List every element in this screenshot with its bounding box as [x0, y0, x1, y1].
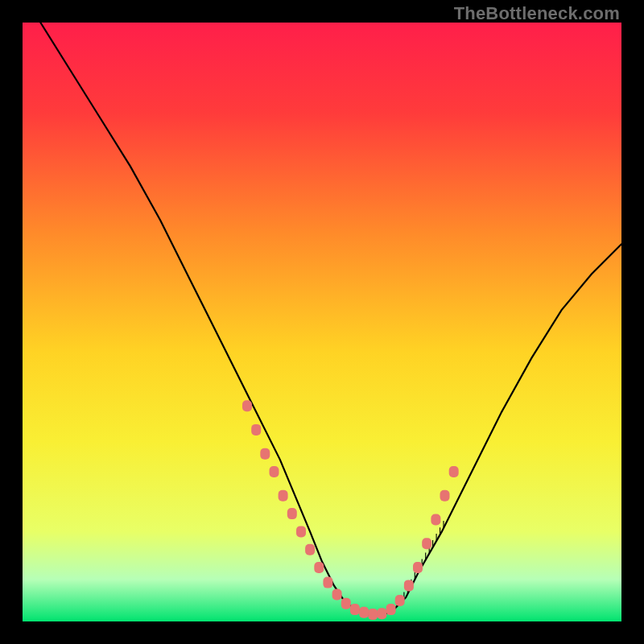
svg-rect-26	[341, 598, 351, 609]
svg-rect-35	[422, 538, 431, 549]
bottleneck-curve	[40, 23, 621, 616]
svg-rect-25	[332, 589, 342, 601]
chart-svg	[23, 23, 621, 621]
svg-rect-38	[449, 466, 459, 477]
svg-rect-34	[413, 562, 423, 573]
svg-rect-18	[270, 466, 279, 477]
svg-rect-29	[368, 609, 378, 620]
svg-rect-36	[431, 514, 440, 526]
svg-rect-16	[251, 424, 261, 436]
svg-rect-22	[305, 544, 315, 555]
svg-rect-33	[404, 580, 414, 591]
watermark-text: TheBottleneck.com	[454, 3, 620, 24]
svg-rect-28	[359, 607, 369, 618]
svg-rect-15	[242, 400, 252, 411]
curve-markers	[242, 400, 459, 620]
plot-area	[23, 23, 621, 621]
svg-rect-20	[287, 508, 297, 519]
svg-rect-27	[350, 604, 360, 615]
svg-rect-32	[395, 595, 405, 606]
svg-rect-21	[296, 526, 306, 537]
svg-rect-30	[377, 608, 386, 619]
svg-rect-23	[314, 562, 324, 573]
svg-rect-24	[323, 577, 332, 588]
svg-rect-17	[260, 448, 270, 460]
svg-rect-19	[279, 490, 288, 502]
svg-rect-37	[440, 490, 450, 502]
svg-rect-31	[386, 604, 396, 615]
